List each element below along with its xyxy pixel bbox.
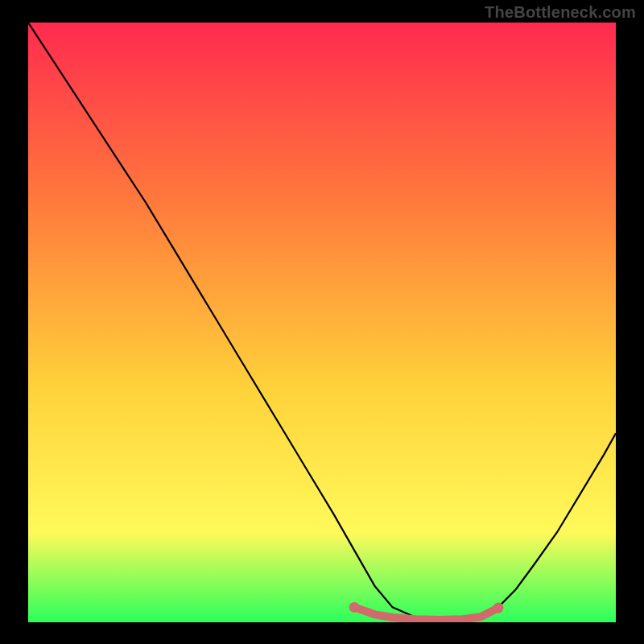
chart-svg — [28, 23, 616, 622]
sweet-spot-start-dot — [349, 602, 360, 613]
watermark-text: TheBottleneck.com — [485, 3, 636, 22]
sweet-spot-end-dot — [493, 603, 504, 613]
chart-frame: TheBottleneck.com — [0, 0, 644, 644]
plot-area — [28, 23, 616, 622]
gradient-background — [28, 23, 616, 622]
